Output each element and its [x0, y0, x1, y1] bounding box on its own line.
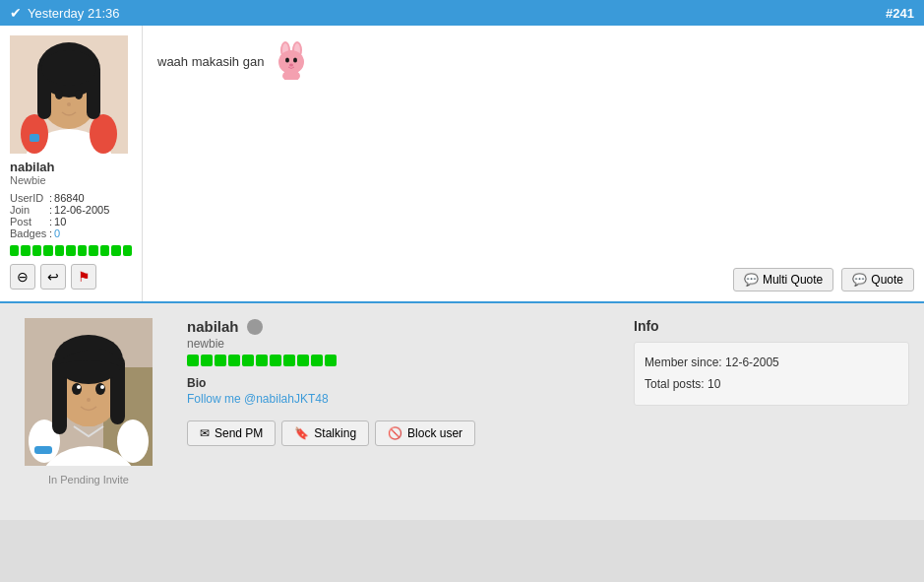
bio-text: Follow me @nabilahJKT48: [187, 392, 609, 406]
check-icon: ✔: [10, 5, 22, 21]
envelope-icon: ✉: [200, 426, 210, 440]
profile-avatar-image: [25, 318, 153, 466]
send-pm-button[interactable]: ✉ Send PM: [187, 420, 276, 446]
svg-point-38: [87, 398, 91, 402]
profile-rep-pip: [283, 355, 295, 366]
rep-pip: [55, 245, 64, 256]
post-content: waah makasih gan: [143, 26, 924, 301]
profile-rep-pip: [256, 355, 268, 366]
total-posts-row: Total posts: 10: [645, 374, 898, 396]
svg-point-12: [67, 102, 71, 106]
svg-point-3: [90, 114, 117, 154]
svg-point-21: [289, 64, 293, 67]
profile-rep-pip: [201, 355, 213, 366]
post-rank: Newbie: [10, 174, 132, 186]
post-actions-left: ⊖ ↩ ⚑: [10, 264, 132, 290]
profile-rank: newbie: [187, 337, 609, 351]
svg-point-27: [117, 420, 149, 463]
post-number: #241: [886, 6, 914, 21]
rep-pip: [100, 245, 109, 256]
profile-rep-pip: [325, 355, 337, 366]
minus-button[interactable]: ⊖: [10, 264, 35, 290]
profile-avatar-section: In Pending Invite: [15, 318, 162, 505]
svg-rect-28: [34, 446, 52, 454]
profile-rep-pip: [187, 355, 199, 366]
badges-count: 0: [54, 227, 60, 239]
profile-username: nabilah: [187, 318, 609, 335]
member-since-label: Member since:: [645, 356, 722, 369]
profile-rep-pip: [297, 355, 309, 366]
member-since-value: 12-6-2005: [725, 356, 779, 369]
speech-icon: 💬: [744, 273, 759, 287]
stalking-button[interactable]: 🔖 Stalking: [281, 420, 369, 446]
svg-point-37: [100, 385, 104, 389]
info-title: Info: [634, 318, 909, 334]
svg-point-35: [95, 383, 105, 395]
block-user-button[interactable]: 🚫 Block user: [375, 420, 475, 446]
quote-icon: 💬: [852, 273, 867, 287]
pending-invite-label: In Pending Invite: [48, 474, 129, 485]
user-info-table: UserID : 86840 Join : 12-06-2005 Post : …: [10, 192, 132, 239]
info-panel: Info Member since: 12-6-2005 Total posts…: [634, 318, 909, 505]
svg-point-10: [55, 90, 63, 99]
rep-pip: [43, 245, 52, 256]
profile-rep-pip: [270, 355, 281, 366]
header-left: ✔ Yesterday 21:36: [10, 5, 119, 21]
svg-point-9: [41, 50, 96, 86]
bookmark-icon: 🔖: [294, 426, 309, 440]
profile-popup: In Pending Invite nabilah newbie Bio Fol…: [0, 303, 924, 520]
post-username: nabilah: [10, 160, 132, 174]
avatar: [10, 35, 128, 154]
svg-point-19: [285, 58, 289, 63]
profile-rep-pip: [228, 355, 240, 366]
profile-rep-bar: [187, 355, 609, 366]
total-posts-value: 10: [708, 377, 720, 391]
post-count: 10: [54, 216, 66, 227]
header-bar: ✔ Yesterday 21:36 #241: [0, 0, 924, 26]
post-area: nabilah Newbie UserID : 86840 Join : 12-…: [0, 26, 924, 303]
block-icon: 🚫: [388, 426, 402, 440]
rep-pip: [32, 245, 41, 256]
rep-pip: [10, 245, 19, 256]
profile-details: nabilah newbie Bio Follow me @nabilahJKT…: [177, 318, 619, 505]
rep-pip: [21, 245, 30, 256]
rep-pip: [111, 245, 120, 256]
rep-pip: [66, 245, 75, 256]
rep-pip: [89, 245, 97, 256]
svg-rect-13: [30, 134, 39, 142]
reply-button[interactable]: ↩: [40, 264, 66, 290]
member-since-row: Member since: 12-6-2005: [645, 353, 898, 374]
svg-point-11: [75, 90, 83, 99]
bio-label: Bio: [187, 376, 609, 390]
post-footer: 💬 Multi Quote 💬 Quote: [733, 268, 914, 291]
quote-button[interactable]: 💬 Quote: [841, 268, 914, 291]
emoji: [272, 40, 311, 83]
timestamp: Yesterday 21:36: [28, 6, 119, 21]
post-sidebar: nabilah Newbie UserID : 86840 Join : 12-…: [0, 26, 143, 301]
user-id: 86840: [54, 192, 85, 204]
svg-point-34: [72, 383, 82, 395]
info-box: Member since: 12-6-2005 Total posts: 10: [634, 342, 909, 406]
join-date: 12-06-2005: [54, 204, 109, 216]
report-button[interactable]: ⚑: [71, 264, 96, 290]
profile-buttons: ✉ Send PM 🔖 Stalking 🚫 Block user: [187, 420, 609, 446]
total-posts-label: Total posts:: [645, 377, 705, 391]
profile-rep-pip: [215, 355, 226, 366]
svg-point-36: [77, 385, 81, 389]
profile-rep-pip: [311, 355, 323, 366]
rep-bar: [10, 245, 132, 256]
multi-quote-button[interactable]: 💬 Multi Quote: [733, 268, 833, 291]
post-message: waah makasih gan: [157, 40, 909, 83]
svg-point-20: [293, 58, 297, 63]
rep-pip: [78, 245, 87, 256]
offline-icon: [247, 319, 263, 335]
rep-pip: [123, 245, 132, 256]
profile-rep-pip: [242, 355, 254, 366]
